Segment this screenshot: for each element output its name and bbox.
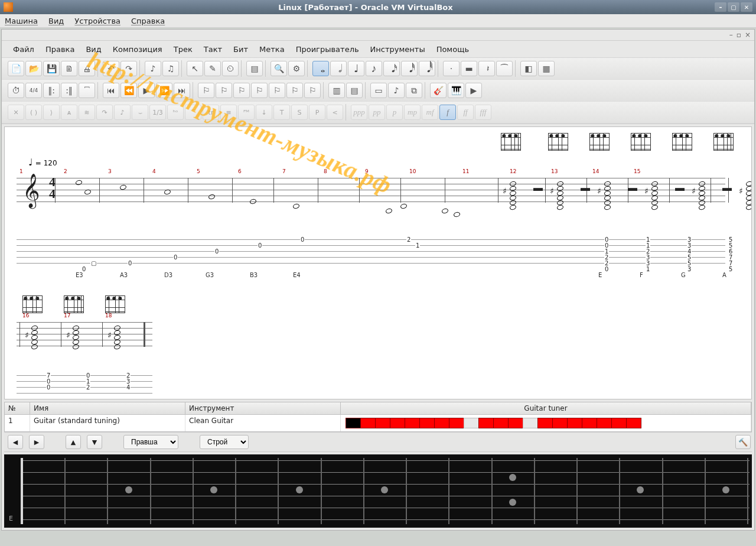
select-icon[interactable]: ↖	[187, 61, 203, 76]
score-area[interactable]: ♩ = 120 ●●●●●●●●●●●●●●●●●● 𝄞 44 12345678…	[4, 126, 752, 399]
tab-fret[interactable]: 5	[728, 266, 733, 272]
tuner-cell[interactable]	[360, 418, 376, 428]
edit-mode-icon[interactable]: ♪	[145, 61, 161, 76]
std-icon[interactable]: ♪	[388, 83, 405, 98]
m2[interactable]: ⚐	[216, 83, 232, 98]
open-icon[interactable]: 📂	[25, 61, 42, 76]
tuning-select[interactable]: Строй	[200, 435, 249, 449]
vbox-menu-view[interactable]: Вид	[48, 17, 64, 25]
m3[interactable]: ⚐	[233, 83, 250, 98]
tab-fret[interactable]: 2	[406, 236, 411, 243]
tab-fret[interactable]: 1	[646, 266, 650, 272]
effect-15[interactable]: T	[273, 105, 290, 120]
next-icon[interactable]: ⏩	[156, 83, 172, 98]
save-as-icon[interactable]: 🗎	[61, 61, 77, 76]
dotted-icon[interactable]: ·	[443, 61, 460, 76]
effect-18[interactable]: <	[327, 105, 343, 120]
effect-5[interactable]: ↷	[96, 105, 113, 120]
effect-4[interactable]: ≋	[79, 105, 95, 120]
chord-diagram[interactable]: ●●●	[548, 133, 567, 154]
tuner-cell[interactable]	[611, 418, 627, 428]
zoom-icon[interactable]: 🔍	[271, 61, 287, 76]
prev-track-button[interactable]: ◀	[8, 435, 23, 449]
tuner-cell[interactable]	[478, 418, 494, 428]
tuner-cell[interactable]	[523, 418, 538, 428]
effect-14[interactable]: ↓	[256, 105, 272, 120]
scale-down-button[interactable]: ▼	[87, 435, 102, 449]
tab-fret[interactable]: 1	[415, 242, 420, 249]
chord-diagram[interactable]: ●●●	[631, 133, 650, 154]
view2[interactable]: ▤	[346, 83, 363, 98]
tab-staff-2[interactable]: 700012234	[17, 375, 152, 399]
m6[interactable]: ⚐	[286, 83, 303, 98]
effect-9[interactable]: ʰᵒ	[167, 105, 184, 120]
tab-fret[interactable]: 0	[173, 254, 178, 261]
effect-0[interactable]: ✕	[8, 105, 24, 120]
effect-7[interactable]: ⌣	[132, 105, 148, 120]
app-menu-edit[interactable]: Правка	[40, 43, 80, 56]
tuner-cell[interactable]	[493, 418, 509, 428]
tuner-cell[interactable]	[537, 418, 553, 428]
half-rest-icon[interactable]: ▬	[461, 61, 477, 76]
first-icon[interactable]: ⏮	[103, 83, 119, 98]
tuner-cell[interactable]	[346, 418, 361, 428]
chord-diagram[interactable]: ●●●	[501, 133, 520, 154]
effect-11[interactable]: tr	[203, 105, 219, 120]
player-icon[interactable]: ▶	[465, 83, 482, 98]
brush-icon[interactable]: ✎	[204, 61, 221, 76]
prev-icon[interactable]: ⏪	[120, 83, 137, 98]
repeat-close-icon[interactable]: :‖	[61, 83, 77, 98]
redo-icon[interactable]: ↷	[120, 61, 137, 76]
close-button[interactable]: ✕	[741, 2, 752, 12]
note-value-4[interactable]: 𝅘𝅥𝅯	[383, 61, 400, 76]
app-menu-measure[interactable]: Такт	[198, 43, 227, 56]
vbox-menu-machine[interactable]: Машина	[5, 17, 38, 25]
tab-staff-1[interactable]: 0▢0000021001220112331334553556775 E3A3D3…	[17, 239, 725, 269]
chord-diagram[interactable]: ●●●	[713, 133, 732, 154]
tracks-hdr-name[interactable]: Имя	[30, 402, 185, 414]
tracks-hdr-tuner[interactable]: Guitar tuner	[341, 402, 751, 414]
tab-fret[interactable]: 0	[258, 242, 262, 249]
effect-13[interactable]: ᴾᴹ	[238, 105, 255, 120]
new-icon[interactable]: 📄	[8, 61, 24, 76]
m4[interactable]: ⚐	[251, 83, 268, 98]
effect-12[interactable]: ≡	[220, 105, 237, 120]
tuner-cell[interactable]	[449, 418, 464, 428]
tuner-cell[interactable]	[508, 418, 523, 428]
dynamic-ppp[interactable]: ppp	[351, 105, 367, 120]
effect-17[interactable]: P	[309, 105, 325, 120]
fretboard-icon[interactable]: 🎸	[430, 83, 447, 98]
app-menu-tools[interactable]: Инструменты	[365, 43, 431, 56]
effect-10[interactable]: ⌒	[185, 105, 201, 120]
settings-icon[interactable]: 🔨	[735, 435, 751, 449]
note-value-5[interactable]: 𝅘𝅥𝅰	[401, 61, 418, 76]
app-menu-beat[interactable]: Бит	[228, 43, 253, 56]
effect-3[interactable]: ᴀ	[61, 105, 77, 120]
app-menu-comp[interactable]: Композиция	[107, 43, 168, 56]
tuner-cell[interactable]	[464, 418, 479, 428]
tuner-cell[interactable]	[390, 418, 405, 428]
tab-fret[interactable]: ▢	[90, 260, 97, 266]
app-menu-track[interactable]: Трек	[168, 43, 198, 56]
repeat-open-icon[interactable]: ‖:	[43, 83, 60, 98]
dynamic-mf[interactable]: mf	[422, 105, 438, 120]
effect-16[interactable]: S	[291, 105, 308, 120]
print-icon[interactable]: 🖨	[79, 61, 95, 76]
app-menu-file[interactable]: Файл	[8, 43, 40, 56]
app-close[interactable]: ×	[745, 31, 751, 39]
voice-icon[interactable]: ♫	[162, 61, 179, 76]
tab-fret[interactable]: 0	[604, 266, 609, 272]
effect-8[interactable]: 1/3	[149, 105, 166, 120]
app-menu-marker[interactable]: Метка	[254, 43, 290, 56]
rest-icon[interactable]: 𝄽	[478, 61, 495, 76]
layout-icon[interactable]: ▦	[538, 61, 555, 76]
hand-select[interactable]: Правша	[123, 435, 178, 449]
tracks-hdr-num[interactable]: №	[5, 402, 30, 414]
tempo-icon[interactable]: ⏱	[8, 83, 24, 98]
m7[interactable]: ⚐	[304, 83, 321, 98]
scale-up-button[interactable]: ▲	[66, 435, 81, 449]
last-icon[interactable]: ⏭	[174, 83, 190, 98]
dynamic-pp[interactable]: pp	[369, 105, 385, 120]
tuner-cell[interactable]	[567, 418, 582, 428]
play-icon[interactable]: ▶	[138, 83, 155, 98]
